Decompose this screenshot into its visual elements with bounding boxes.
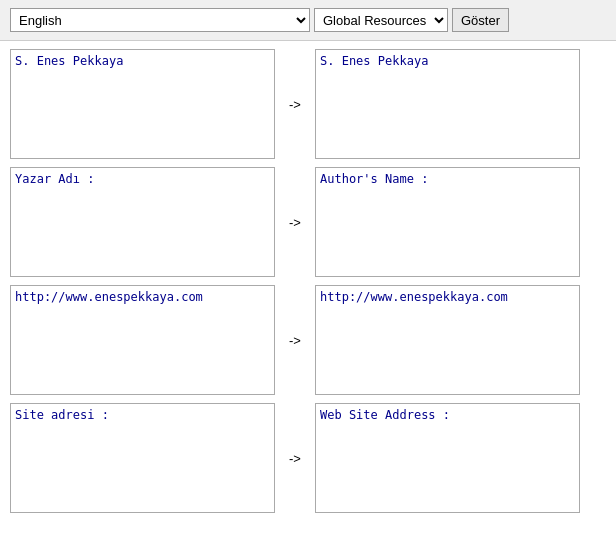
row-pair-4: Site adresi : -> Web Site Address : — [10, 403, 606, 513]
content-area: S. Enes Pekkaya -> S. Enes Pekkaya Yazar… — [0, 41, 616, 529]
row-pair-3: http://www.enespekkaya.com -> http://www… — [10, 285, 606, 395]
arrow-2: -> — [275, 215, 315, 230]
left-text-4[interactable]: Site adresi : — [10, 403, 275, 513]
arrow-3: -> — [275, 333, 315, 348]
language-select[interactable]: English Turkish German French — [10, 8, 310, 32]
left-text-2[interactable]: Yazar Adı : — [10, 167, 275, 277]
right-text-4[interactable]: Web Site Address : — [315, 403, 580, 513]
left-text-1[interactable]: S. Enes Pekkaya — [10, 49, 275, 159]
toolbar: English Turkish German French Global Res… — [0, 0, 616, 41]
right-text-1[interactable]: S. Enes Pekkaya — [315, 49, 580, 159]
arrow-1: -> — [275, 97, 315, 112]
right-text-3[interactable]: http://www.enespekkaya.com — [315, 285, 580, 395]
row-pair-1: S. Enes Pekkaya -> S. Enes Pekkaya — [10, 49, 606, 159]
row-pair-2: Yazar Adı : -> Author's Name : — [10, 167, 606, 277]
show-button[interactable]: Göster — [452, 8, 509, 32]
resource-select[interactable]: Global Resources Local Resources — [314, 8, 448, 32]
left-text-3[interactable]: http://www.enespekkaya.com — [10, 285, 275, 395]
right-text-2[interactable]: Author's Name : — [315, 167, 580, 277]
arrow-4: -> — [275, 451, 315, 466]
